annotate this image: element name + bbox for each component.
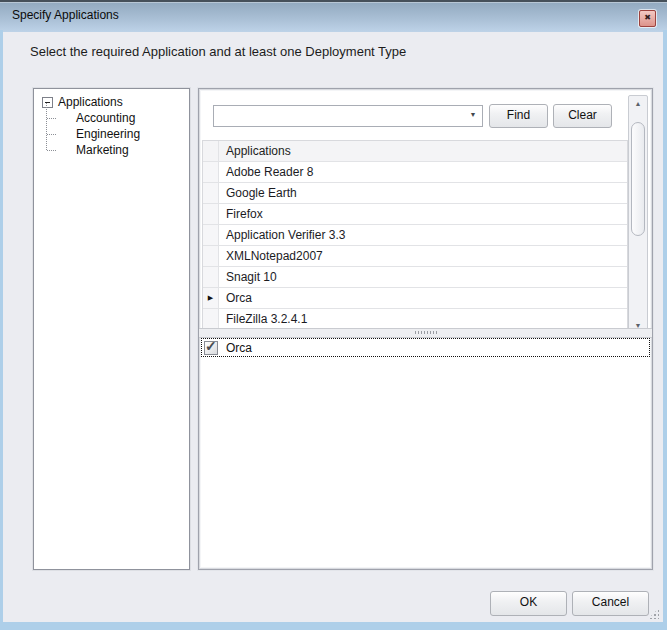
grid-row[interactable]: Firefox xyxy=(203,204,627,225)
grid-cell[interactable]: Snagit 10 xyxy=(219,267,627,287)
ok-button[interactable]: OK xyxy=(490,591,567,616)
grid-column-header[interactable]: Applications xyxy=(219,141,627,161)
combo-dropdown-button[interactable]: ▼ xyxy=(464,106,482,124)
splitter-grip-icon xyxy=(415,331,437,334)
orca-checkbox[interactable]: ✓ xyxy=(204,341,218,355)
grid-row-selected[interactable]: ▶ Orca xyxy=(203,288,627,309)
tree-item-marketing[interactable]: Marketing xyxy=(34,142,189,158)
row-indicator xyxy=(203,309,219,328)
application-search-combo[interactable]: ▼ xyxy=(213,105,483,127)
grid-header-row: Applications xyxy=(203,141,627,162)
tree-item-label: Marketing xyxy=(76,142,129,158)
clear-button[interactable]: Clear xyxy=(553,104,612,128)
splitter-handle[interactable] xyxy=(199,328,652,338)
instruction-text: Select the required Application and at l… xyxy=(30,44,406,59)
tree-item-label: Applications xyxy=(58,94,123,110)
tree-item-engineering[interactable]: Engineering xyxy=(34,126,189,142)
deployment-item-label: Orca xyxy=(226,341,252,355)
grid-row[interactable]: FileZilla 3.2.4.1 xyxy=(203,309,627,328)
row-indicator xyxy=(203,225,219,245)
grid-row[interactable]: Application Verifier 3.3 xyxy=(203,225,627,246)
resize-grip[interactable] xyxy=(648,608,659,619)
grid-row[interactable]: Google Earth xyxy=(203,183,627,204)
grid-cell[interactable]: Google Earth xyxy=(219,183,627,203)
cancel-button[interactable]: Cancel xyxy=(572,591,649,616)
grid-row[interactable]: Snagit 10 xyxy=(203,267,627,288)
application-search-input[interactable] xyxy=(214,106,466,124)
deployment-type-list: ✓ Orca xyxy=(201,338,650,567)
scrollbar-up-button[interactable]: ▲ xyxy=(629,97,647,111)
check-icon: ✓ xyxy=(205,338,217,354)
tree-item-accounting[interactable]: Accounting xyxy=(34,110,189,126)
chevron-down-icon: ▼ xyxy=(470,111,477,118)
grid-indicator-header xyxy=(203,141,219,161)
grid-row[interactable]: XMLNotepad2007 xyxy=(203,246,627,267)
scrollbar-thumb[interactable] xyxy=(631,122,645,236)
find-button[interactable]: Find xyxy=(489,104,548,128)
grid-cell[interactable]: Adobe Reader 8 xyxy=(219,162,627,182)
row-pointer-icon: ▶ xyxy=(208,294,213,301)
grid-cell[interactable]: XMLNotepad2007 xyxy=(219,246,627,266)
dialog-border-left xyxy=(0,30,3,630)
tree-item-applications[interactable]: Applications xyxy=(34,94,189,110)
grid-cell[interactable]: Application Verifier 3.3 xyxy=(219,225,627,245)
window-titlebar: Specify Applications ✖ xyxy=(0,0,667,32)
grid-cell[interactable]: FileZilla 3.2.4.1 xyxy=(219,309,627,328)
row-indicator xyxy=(203,267,219,287)
tree-item-label: Accounting xyxy=(76,110,135,126)
row-indicator xyxy=(203,204,219,224)
grid-row[interactable]: Adobe Reader 8 xyxy=(203,162,627,183)
tree-expander-icon[interactable] xyxy=(42,97,53,108)
close-icon: ✖ xyxy=(644,13,651,22)
row-indicator: ▶ xyxy=(203,288,219,308)
dialog-border-bottom xyxy=(0,622,667,630)
close-button[interactable]: ✖ xyxy=(639,10,656,27)
tree-item-label: Engineering xyxy=(76,126,140,142)
window-title: Specify Applications xyxy=(12,8,119,22)
row-indicator xyxy=(203,246,219,266)
row-indicator xyxy=(203,183,219,203)
dialog-border-right xyxy=(663,30,667,630)
scroll-up-icon: ▲ xyxy=(635,100,642,107)
grid-cell[interactable]: Firefox xyxy=(219,204,627,224)
row-indicator xyxy=(203,162,219,182)
applications-grid: Applications Adobe Reader 8 Google Earth… xyxy=(202,140,628,328)
applications-tree-panel: Applications Accounting Engineering Mark… xyxy=(33,88,190,570)
deployment-item-orca[interactable]: ✓ Orca xyxy=(201,338,650,357)
applications-panel: ▼ Find Clear ▲ ▼ Applications Adobe Read… xyxy=(198,88,653,570)
specify-applications-dialog: Specify Applications ✖ Select the requir… xyxy=(0,0,667,630)
grid-scrollbar[interactable]: ▲ ▼ xyxy=(628,95,648,335)
grid-cell[interactable]: Orca xyxy=(219,288,627,308)
